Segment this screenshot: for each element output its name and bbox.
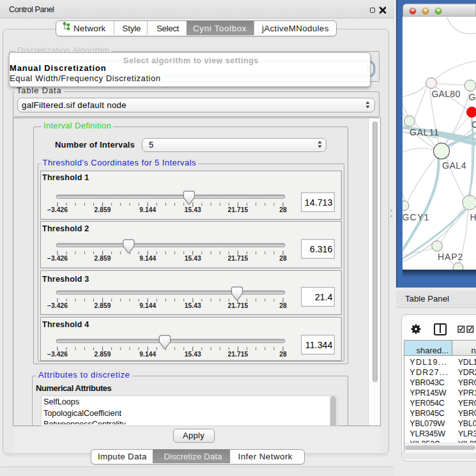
svg-text:−3.426: −3.426 [47,206,68,213]
svg-text:28: 28 [279,351,287,358]
svg-text:15.43: 15.43 [185,206,201,213]
svg-text:GA: GA [469,92,476,102]
svg-text:GAL4: GAL4 [442,160,466,171]
svg-text:−3.426: −3.426 [47,302,68,309]
svg-text:H: H [470,212,476,222]
svg-text:2.859: 2.859 [95,302,111,309]
svg-text:15.43: 15.43 [185,254,201,261]
svg-text:9.144: 9.144 [139,351,156,358]
svg-text:15.43: 15.43 [185,302,201,309]
svg-text:GAL11: GAL11 [410,127,440,137]
svg-text:9.144: 9.144 [139,206,156,213]
svg-text:15.43: 15.43 [185,351,201,358]
svg-text:21.715: 21.715 [228,254,249,261]
svg-text:28: 28 [279,206,287,213]
svg-text:GCY1: GCY1 [403,212,430,222]
svg-text:9.144: 9.144 [139,302,156,309]
svg-text:2.859: 2.859 [95,351,111,358]
svg-text:C: C [472,119,476,130]
svg-text:21.715: 21.715 [228,351,249,358]
svg-text:21.715: 21.715 [228,302,249,309]
svg-text:−3.426: −3.426 [47,351,68,358]
svg-text:−3.426: −3.426 [47,254,68,261]
svg-text:2.859: 2.859 [95,206,111,213]
svg-text:28: 28 [279,302,287,309]
svg-text:21.715: 21.715 [228,206,249,213]
svg-text:HAP2: HAP2 [438,252,463,262]
svg-text:2.859: 2.859 [95,254,111,261]
svg-text:GAL80: GAL80 [431,89,460,99]
svg-text:28: 28 [279,254,287,261]
svg-text:9.144: 9.144 [139,254,156,261]
